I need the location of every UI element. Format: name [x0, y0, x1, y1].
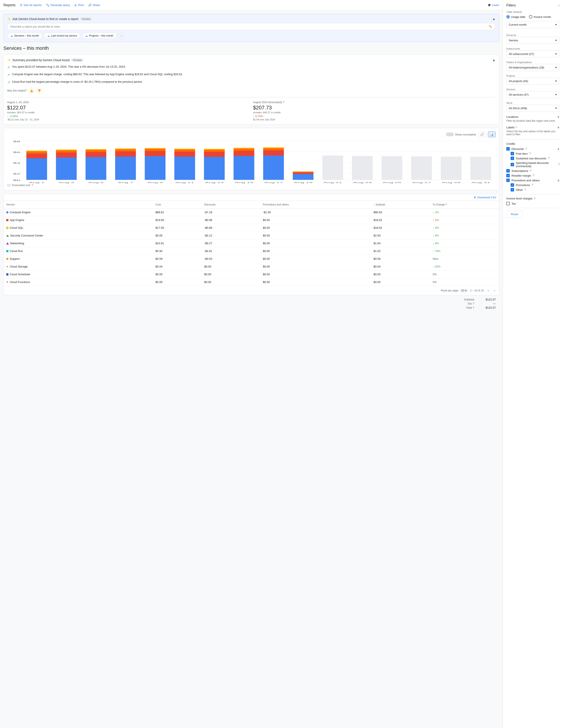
pagination-next-button[interactable]: › — [493, 288, 496, 293]
spending-based-checkbox[interactable]: Spending based discounts (contractual) ? — [511, 161, 560, 168]
change-cell: ↑ 1% — [430, 216, 499, 224]
svg-rect-19 — [86, 152, 106, 157]
cost-cell: $0.59 — [153, 255, 201, 263]
service-cell: ★ Cloud Functions — [4, 278, 153, 286]
service-cell: Cloud SQL — [4, 224, 153, 232]
locations-header[interactable]: Locations ∨ — [506, 115, 560, 118]
svg-rect-25 — [115, 148, 136, 149]
filters-expand-button[interactable]: › — [558, 3, 560, 7]
discounts-cell: $0.00 — [202, 271, 260, 278]
chip-projects-this-month[interactable]: ☁ Projects – this month — [82, 33, 116, 39]
sustained-use-checkbox[interactable]: Sustained use discounts ? — [511, 157, 560, 160]
svg-rect-10 — [26, 158, 47, 180]
invoice-charges-title: Invoice level charges ? — [506, 197, 560, 200]
svg-rect-15 — [56, 152, 77, 157]
svg-text:$8: $8 — [13, 140, 20, 143]
summary-preview-badge: Preview — [71, 58, 83, 62]
promotions-checkbox[interactable]: Promotions ? — [511, 183, 560, 187]
summary-title: ✨ Summary provided by Gemini Cloud Assis… — [7, 58, 83, 62]
invoice-month-radio[interactable]: Invoice month — [529, 15, 551, 19]
folders-select[interactable]: All folders/organizations (28) — [506, 64, 560, 71]
svg-text:Aug 15: Aug 15 — [234, 182, 253, 184]
free-tiers-checkbox[interactable]: Free tiers ? — [511, 152, 560, 155]
cumulative-toggle-switch[interactable] — [446, 132, 454, 136]
group-by-select[interactable]: Service — [506, 37, 560, 44]
table-row: ★ Cloud Storage $0.04 $0.00 $0.00 $0.04 … — [4, 263, 499, 271]
sustained-use-cb-icon — [511, 157, 514, 160]
download-csv-button[interactable]: ⬇ Download CSV — [474, 196, 496, 199]
promotions-help-icon[interactable]: ? — [532, 184, 533, 187]
spending-based-help-icon[interactable]: ? — [558, 163, 560, 166]
col-discounts: Discounts — [202, 201, 260, 208]
pagination-prev-button[interactable]: ‹ — [486, 288, 490, 293]
table-row: Cloud Run $5.94 -$4.91 $0.00 $1.02 ↓ 76% — [4, 247, 499, 255]
tax-checkbox[interactable]: Tax — [506, 202, 560, 205]
svg-rect-46 — [293, 174, 314, 180]
svg-rect-21 — [86, 149, 106, 150]
forecasted-help-icon[interactable]: ? — [283, 101, 285, 104]
subaccounts-select[interactable]: All subaccounts (27) — [506, 50, 560, 58]
labels-help-icon[interactable]: ? — [515, 126, 517, 129]
table-footer: Rows per page: 10 25 50 1 – 10 of 15 ‹ › — [4, 286, 499, 295]
reset-button[interactable]: Reset — [506, 211, 523, 218]
generate-query-link[interactable]: 🔍 Generate query — [46, 3, 70, 7]
labels-header[interactable]: Labels ? ∨ — [506, 126, 560, 129]
chip-services-this-month[interactable]: ☁ Services – this month — [7, 33, 42, 39]
skus-select[interactable]: All SKUs (408) — [506, 105, 560, 112]
svg-text:Aug 13: Aug 13 — [205, 182, 224, 184]
spending-based-cb-icon — [511, 163, 514, 166]
tax-help-icon[interactable]: ? — [473, 302, 474, 305]
summary-collapse-button[interactable]: ▲ — [492, 58, 496, 62]
bar-chart-button[interactable]: 📊 — [488, 132, 496, 137]
invoice-charges-help-icon[interactable]: ? — [534, 197, 535, 200]
usage-date-radio[interactable]: Usage date — [506, 15, 526, 19]
subscriptions-help-icon[interactable]: ? — [530, 169, 532, 172]
change-value: ↓ 2% — [433, 211, 439, 214]
sustained-use-help-icon[interactable]: ? — [548, 157, 549, 160]
reseller-margin-help-icon[interactable]: ? — [533, 174, 534, 177]
svg-text:$0: $0 — [13, 179, 20, 181]
current-month-select[interactable]: Current month — [506, 21, 560, 28]
rows-per-page-select[interactable]: 10 25 50 — [460, 289, 468, 292]
filters-title: Filters › — [506, 3, 560, 7]
gemini-search-input[interactable] — [10, 25, 489, 28]
promotions-others-checkbox[interactable]: Promotions and others ∧ — [506, 179, 560, 182]
gemini-collapse-button[interactable]: ▲ — [492, 17, 496, 21]
svg-rect-47 — [293, 173, 314, 174]
print-link[interactable]: 🖨 Print — [74, 3, 84, 7]
change-value: ↓ 6% — [433, 242, 439, 245]
gcp-icon-invoice: ☁ — [47, 34, 50, 37]
current-sub: includes -$24.37 in credits — [7, 111, 249, 114]
learn-link[interactable]: 🎓 Learn — [488, 3, 499, 7]
share-link[interactable]: 🔗 Share — [88, 3, 100, 7]
col-subtotal: ↓ Subtotal — [371, 201, 430, 208]
see-all-reports-link[interactable]: ☰ See all reports — [20, 3, 42, 7]
chip-last-invoice[interactable]: ☁ Last invoice by service — [44, 33, 80, 39]
services-select[interactable]: All services (47) — [506, 91, 560, 98]
service-cell: ★ Cloud Storage — [4, 263, 153, 271]
service-name: Cloud Functions — [10, 280, 30, 284]
line-chart-button[interactable]: 📈 — [478, 132, 486, 137]
svg-rect-27 — [145, 151, 165, 156]
chips-next-button[interactable]: › — [118, 33, 124, 39]
svg-rect-11 — [26, 154, 47, 158]
thumbs-up-button[interactable]: 👍 — [28, 88, 34, 94]
projects-select[interactable]: All projects (55) — [506, 78, 560, 85]
subscriptions-checkbox[interactable]: Subscriptions ? — [506, 169, 560, 173]
other-checkbox[interactable]: Other ? — [511, 188, 560, 191]
other-help-icon[interactable]: ? — [525, 188, 526, 191]
free-tiers-help-icon[interactable]: ? — [529, 152, 531, 155]
discounts-help-icon[interactable]: ? — [526, 147, 527, 150]
reseller-margin-checkbox[interactable]: Reseller margin ? — [506, 174, 560, 177]
total-help-icon[interactable]: ? — [473, 306, 474, 309]
pct-change-help-icon[interactable]: ? — [446, 203, 447, 206]
service-name: Compute Engine — [10, 211, 31, 214]
show-cumulative-toggle[interactable]: Show cumulative — [446, 132, 476, 136]
forecasted-cost-help-icon[interactable]: ? — [31, 184, 33, 187]
discounts-checkbox[interactable]: Discounts ? ∧ — [506, 147, 560, 151]
thumbs-down-button[interactable]: 👎 — [36, 88, 42, 94]
table-row: Cloud SQL $17.50 -$0.88 $0.00 $16.62 ↓ 4… — [4, 224, 499, 232]
svg-rect-13 — [26, 151, 47, 151]
svg-rect-50 — [323, 156, 343, 180]
forecasted-legend: Forecasted cost ? — [7, 184, 496, 187]
